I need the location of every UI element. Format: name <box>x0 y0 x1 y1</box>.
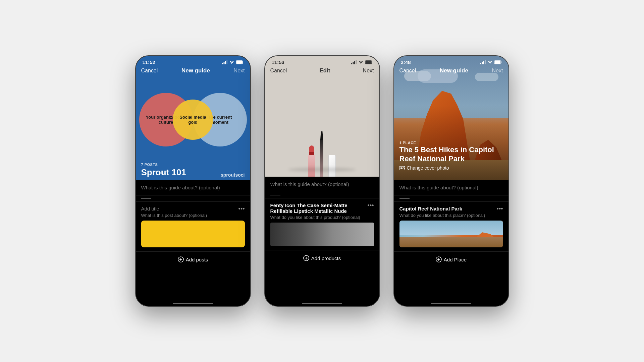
svg-rect-11 <box>351 63 352 64</box>
phone1-change-cover[interactable]: Change cover photo <box>136 180 250 180</box>
phone3-place-image <box>399 221 503 247</box>
svg-rect-5 <box>236 61 242 64</box>
battery-icon-1 <box>236 60 244 64</box>
phone3-item-desc[interactable]: What do you like about this place? (opti… <box>399 213 503 218</box>
phone3-add-button[interactable]: Add Place <box>394 251 508 267</box>
svg-rect-22 <box>480 63 481 64</box>
phone3-home-indicator <box>394 301 508 306</box>
phone1-next[interactable]: Next <box>234 68 245 74</box>
phone-1: 11:52 Cancel New guide Next Your organiz… <box>135 55 251 307</box>
phone2-item-title: Fenty Icon The Case Semi-Matte Refillabl… <box>270 202 359 214</box>
phone2-navbar: Cancel Edit Next <box>265 65 379 76</box>
plus-circle-icon-1 <box>178 256 184 262</box>
phone2-add-label: Add products <box>311 255 341 261</box>
phone1-description[interactable]: What is this guide about? (optional) <box>136 180 250 195</box>
phone1-nav-title: New guide <box>181 67 210 74</box>
svg-rect-24 <box>483 61 484 64</box>
svg-rect-2 <box>225 61 226 64</box>
phone3-home-bar <box>431 303 471 304</box>
phone1-post-count: 7 POSTS <box>141 163 245 167</box>
phone-2: 11:53 Cancel Edit Next <box>264 55 380 307</box>
phone1-image-placeholder <box>141 221 245 247</box>
phone2-home-bar <box>302 303 342 304</box>
place-image-sky <box>399 221 503 235</box>
phone2-cancel[interactable]: Cancel <box>270 68 287 74</box>
phone2-home-indicator <box>265 301 379 306</box>
phone1-content: What is this guide about? (optional) Add… <box>136 180 250 301</box>
phone3-place-item: Capitol Reef National Park ••• What do y… <box>394 201 508 251</box>
status-time-1: 11:52 <box>143 59 155 65</box>
phone1-cover: 11:52 Cancel New guide Next Your organiz… <box>136 56 250 180</box>
phone1-navbar: Cancel New guide Next <box>136 65 250 76</box>
phone1-cancel[interactable]: Cancel <box>141 68 158 74</box>
phone2-three-dots[interactable]: ••• <box>368 202 374 208</box>
phone3-nav-title: New guide <box>440 67 468 74</box>
battery-icon-2 <box>365 60 373 64</box>
phone3-description[interactable]: What is this guide about? (optional) <box>394 180 508 195</box>
signal-icon-2 <box>351 60 357 64</box>
svg-rect-3 <box>226 60 227 64</box>
phone3-next[interactable]: Next <box>492 68 503 74</box>
plus-circle-icon-2 <box>303 255 309 261</box>
phone2-cover: 11:53 Cancel Edit Next <box>265 56 379 177</box>
venn-diagram: Your organization's culture The current … <box>136 79 250 160</box>
lipstick-bottle <box>308 145 315 177</box>
phone2-product-item: Fenty Icon The Case Semi-Matte Refillabl… <box>265 198 379 250</box>
plus-circle-icon-3 <box>436 256 442 262</box>
phone3-divider <box>399 198 410 199</box>
svg-rect-16 <box>366 61 371 64</box>
battery-icon-3 <box>494 60 502 64</box>
wifi-icon-1 <box>229 60 234 64</box>
phone3-status-bar: 2:48 <box>394 56 508 66</box>
phone2-description[interactable]: What is this guide about? (optional) <box>265 177 379 192</box>
wifi-icon-3 <box>487 60 493 64</box>
phone2-content: What is this guide about? (optional) Fen… <box>265 177 379 301</box>
phone1-add-label: Add posts <box>186 257 208 262</box>
phone1-home-bar <box>173 303 213 304</box>
phone3-guide-title: The 5 Best Hikes in Capitol Reef Nationa… <box>399 145 503 163</box>
signal-icon-3 <box>480 60 486 64</box>
svg-rect-0 <box>222 63 223 64</box>
status-icons-2 <box>351 60 373 64</box>
phone3-place-count: 1 PLACE <box>399 141 503 145</box>
phone-3: 2:48 Cancel New guide Next 1 PLACE The 5… <box>393 55 509 307</box>
phone1-home-indicator <box>136 301 250 306</box>
phone1-add-button[interactable]: Add posts <box>136 251 250 267</box>
phone3-navbar: Cancel New guide Next <box>394 65 508 76</box>
venn-center-circle: Social media gold <box>173 100 213 140</box>
image-icon-3 <box>399 166 405 170</box>
signal-icon-1 <box>222 60 227 64</box>
phone1-guide-info: 7 POSTS Sprout 101 sproutsoci <box>136 160 250 180</box>
place-image-floor <box>399 237 503 247</box>
svg-rect-12 <box>353 62 354 64</box>
phone3-change-cover[interactable]: Change cover photo <box>394 163 454 173</box>
status-time-2: 11:53 <box>272 59 284 65</box>
phone3-three-dots[interactable]: ••• <box>497 206 503 212</box>
status-icons-3 <box>480 60 502 64</box>
phone1-post-item: Add title ••• What is this post about? (… <box>136 201 250 251</box>
svg-rect-23 <box>482 62 483 64</box>
svg-rect-1 <box>223 62 224 64</box>
phone2-product-image-strip <box>270 223 374 246</box>
phone3-item-title: Capitol Reef National Park <box>399 206 463 212</box>
phone3-content: What is this guide about? (optional) Cap… <box>394 180 508 301</box>
phone1-three-dots[interactable]: ••• <box>238 206 245 212</box>
phone1-item-desc[interactable]: What is this post about? (optional) <box>141 213 245 218</box>
phone3-cancel[interactable]: Cancel <box>399 68 416 74</box>
phone2-nav-title: Edit <box>319 67 330 74</box>
shadow <box>288 168 356 172</box>
phone1-status-bar: 11:52 <box>136 56 250 66</box>
status-time-3: 2:48 <box>401 59 411 65</box>
phone3-cover: 2:48 Cancel New guide Next 1 PLACE The 5… <box>394 56 508 180</box>
svg-rect-25 <box>485 60 486 64</box>
lipstick-cap-piece <box>328 155 336 177</box>
phone2-add-button[interactable]: Add products <box>265 250 379 266</box>
svg-rect-14 <box>356 60 357 64</box>
svg-rect-13 <box>354 61 355 64</box>
phone2-item-desc[interactable]: What do you like about this product? (op… <box>270 215 374 220</box>
phone2-next[interactable]: Next <box>363 68 374 74</box>
phone3-guide-info: 1 PLACE The 5 Best Hikes in Capitol Reef… <box>394 141 508 163</box>
wifi-icon-2 <box>358 60 364 64</box>
fenty-product-image <box>265 76 379 177</box>
status-icons-1 <box>222 60 244 64</box>
